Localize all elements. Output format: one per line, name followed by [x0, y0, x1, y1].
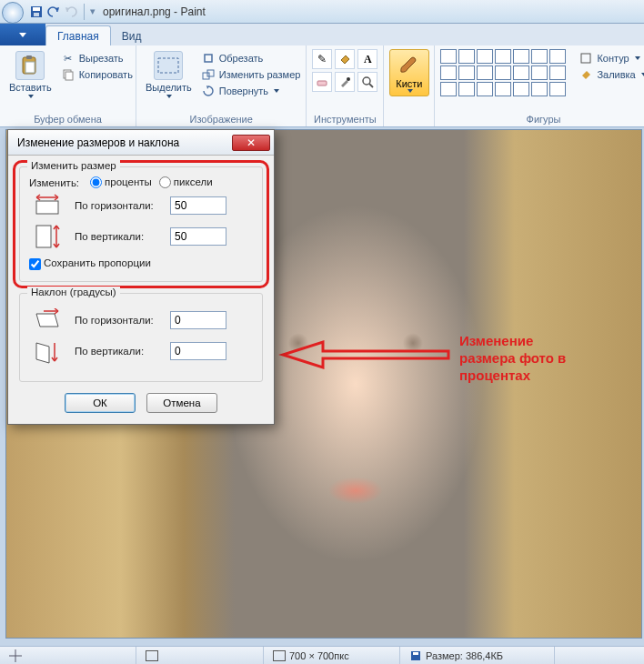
skew-fieldset: Наклон (градусы) По горизонтали: По верт…	[19, 293, 263, 382]
resize-vertical-icon	[29, 223, 65, 250]
canvas-size-text: 700 × 700пкс	[289, 650, 349, 661]
dialog-titlebar[interactable]: Изменение размеров и наклона ✕	[8, 130, 274, 156]
select-button[interactable]: Выделить	[142, 49, 196, 100]
group-tools-label: Инструменты	[312, 114, 377, 125]
skew-legend: Наклон (градусы)	[27, 287, 120, 297]
ribbon-tab-row: Главная Вид	[0, 24, 644, 45]
qat-customize-icon[interactable]: ▾	[90, 5, 96, 17]
dialog-close-button[interactable]: ✕	[232, 135, 270, 151]
text-tool[interactable]: A	[357, 49, 377, 69]
resize-by-label: Изменить:	[29, 177, 79, 188]
radio-percent-input[interactable]	[90, 176, 102, 188]
annotation-text: Изменение размера фото в процентах	[459, 333, 566, 384]
svg-rect-16	[581, 54, 590, 63]
cut-button[interactable]: ✂ Вырезать	[61, 51, 133, 65]
shape-outline-button[interactable]: Контур	[579, 51, 644, 65]
svg-point-14	[363, 77, 370, 85]
svg-rect-17	[36, 201, 58, 214]
file-size-icon	[409, 649, 422, 662]
brush-icon	[397, 53, 422, 78]
radio-percent[interactable]: проценты	[90, 176, 152, 188]
window-title: оригинал.png - Paint	[103, 5, 206, 18]
brushes-label: Кисти	[396, 78, 422, 89]
svg-rect-26	[413, 652, 418, 655]
dialog-title: Изменение размеров и наклона	[17, 136, 179, 149]
resize-h-label: По горизонтали:	[75, 200, 161, 211]
svg-rect-19	[36, 226, 51, 247]
save-icon[interactable]	[29, 5, 44, 19]
picker-tool[interactable]	[335, 72, 355, 92]
skew-horizontal-input[interactable]	[170, 311, 226, 329]
qat-separator	[84, 4, 85, 20]
selection-size-icon	[146, 650, 158, 661]
skew-vertical-input[interactable]	[170, 342, 226, 360]
file-size-text: Размер: 386,4КБ	[426, 650, 503, 661]
group-image: Выделить Обрезать Изменить размер	[136, 45, 307, 126]
keep-ratio-input[interactable]	[29, 258, 41, 270]
crop-icon	[201, 51, 216, 65]
copy-label: Копировать	[79, 69, 133, 80]
group-brushes: Кисти	[384, 45, 435, 126]
ok-button[interactable]: ОК	[65, 393, 136, 413]
cut-icon: ✂	[61, 51, 75, 65]
copy-button[interactable]: Копировать	[61, 67, 133, 82]
brushes-button[interactable]: Кисти	[389, 49, 428, 96]
resize-vertical-input[interactable]	[170, 227, 226, 246]
tab-view[interactable]: Вид	[111, 26, 153, 45]
fill-icon	[579, 67, 593, 82]
svg-rect-4	[26, 55, 32, 59]
skew-horizontal-icon	[29, 308, 65, 332]
group-clipboard-label: Буфер обмена	[5, 114, 130, 125]
shape-fill-button[interactable]: Заливка	[579, 67, 644, 82]
svg-rect-1	[33, 7, 40, 11]
pencil-tool[interactable]: ✎	[312, 49, 332, 69]
shapes-gallery[interactable]	[440, 49, 568, 96]
resize-button[interactable]: Изменить размер	[201, 67, 301, 82]
paste-icon	[15, 51, 45, 80]
undo-icon[interactable]	[46, 5, 61, 19]
outline-label: Контур	[597, 53, 629, 64]
cut-label: Вырезать	[79, 53, 124, 64]
svg-line-15	[369, 84, 373, 87]
svg-rect-9	[205, 55, 212, 62]
svg-rect-2	[34, 13, 39, 16]
tab-home[interactable]: Главная	[45, 25, 111, 45]
resize-icon	[201, 67, 216, 82]
rotate-button[interactable]: Повернуть	[201, 84, 301, 98]
paste-label: Вставить	[9, 82, 52, 93]
radio-pixels[interactable]: пиксели	[159, 176, 213, 188]
resize-horizontal-input[interactable]	[170, 196, 226, 215]
paint-orb-icon[interactable]	[2, 2, 24, 24]
svg-rect-12	[317, 81, 327, 86]
group-shapes: Контур Заливка Фигуры	[435, 45, 644, 126]
svg-rect-8	[158, 58, 178, 73]
cancel-button[interactable]: Отмена	[146, 393, 217, 413]
ribbon: Вставить ✂ Вырезать Копировать Буфер обм…	[0, 45, 644, 127]
canvas-size-icon	[273, 650, 286, 661]
rotate-icon	[201, 84, 216, 98]
zoom-tool[interactable]	[357, 72, 377, 92]
resize-fieldset: Изменить размер Изменить: проценты пиксе…	[19, 166, 263, 282]
file-tab[interactable]	[0, 24, 45, 45]
rotate-label: Повернуть	[219, 86, 268, 96]
keep-ratio-checkbox[interactable]: Сохранить пропорции	[29, 257, 151, 268]
annotation-arrow-icon	[277, 337, 450, 373]
titlebar: ▾ оригинал.png - Paint	[0, 0, 644, 24]
radio-pixels-input[interactable]	[159, 176, 171, 188]
fill-tool[interactable]	[335, 49, 355, 69]
redo-icon[interactable]	[64, 5, 78, 19]
skew-v-label: По вертикали:	[75, 346, 161, 357]
fill-label: Заливка	[597, 69, 635, 80]
statusbar: 700 × 700пкс Размер: 386,4КБ	[0, 646, 644, 664]
paste-button[interactable]: Вставить	[5, 49, 55, 100]
skew-h-label: По горизонтали:	[75, 315, 161, 326]
skew-vertical-icon	[29, 337, 65, 365]
select-icon	[154, 51, 183, 80]
eraser-tool[interactable]	[312, 72, 332, 92]
group-shapes-label: Фигуры	[440, 114, 644, 125]
resize-label: Изменить размер	[219, 69, 301, 80]
resize-skew-dialog: Изменение размеров и наклона ✕ Изменить …	[7, 129, 275, 425]
copy-icon	[61, 67, 75, 82]
group-brushes-label	[389, 114, 428, 125]
crop-button[interactable]: Обрезать	[201, 51, 301, 65]
